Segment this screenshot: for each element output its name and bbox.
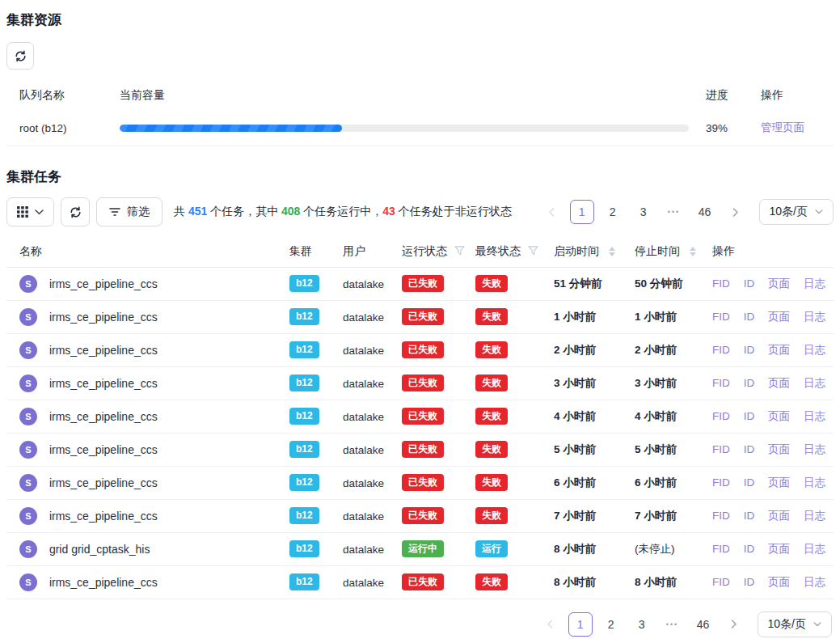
start-time: 8 小时前 bbox=[554, 576, 596, 588]
log-link[interactable]: 日志 bbox=[804, 443, 825, 455]
table-row: S irms_ce_pipeline_ccs b12 datalake 已失败 … bbox=[6, 466, 834, 499]
user-name: datalake bbox=[343, 544, 384, 556]
fid-link[interactable]: FID bbox=[712, 543, 730, 555]
log-link[interactable]: 日志 bbox=[804, 410, 825, 422]
run-status-badge: 已失败 bbox=[402, 441, 444, 458]
page-size-value: 10条/页 bbox=[768, 617, 806, 632]
page-button-last[interactable]: 46 bbox=[693, 200, 717, 224]
fid-link[interactable]: FID bbox=[712, 510, 730, 522]
final-status-filter-icon[interactable] bbox=[528, 245, 538, 258]
final-status-badge: 失败 bbox=[475, 375, 508, 391]
fid-link[interactable]: FID bbox=[712, 344, 730, 356]
log-link[interactable]: 日志 bbox=[804, 476, 825, 489]
manage-page-link[interactable]: 管理页面 bbox=[761, 121, 804, 133]
task-name: irms_ce_pipeline_ccs bbox=[49, 410, 158, 423]
final-status-badge: 失败 bbox=[475, 408, 508, 425]
log-link[interactable]: 日志 bbox=[804, 344, 825, 356]
page-link[interactable]: 页面 bbox=[768, 377, 790, 389]
stop-time: 4 小时前 bbox=[635, 410, 677, 422]
final-status-badge: 失败 bbox=[475, 275, 508, 292]
id-link[interactable]: ID bbox=[744, 543, 755, 555]
layout-switch-button[interactable] bbox=[6, 197, 54, 226]
page-link[interactable]: 页面 bbox=[768, 543, 790, 555]
run-status-filter-icon[interactable] bbox=[454, 245, 465, 258]
log-link[interactable]: 日志 bbox=[804, 543, 825, 555]
page-link[interactable]: 页面 bbox=[768, 311, 790, 323]
filter-button[interactable]: 筛选 bbox=[96, 197, 163, 226]
run-status-badge: 已失败 bbox=[402, 474, 444, 491]
id-link[interactable]: ID bbox=[744, 410, 755, 422]
log-link[interactable]: 日志 bbox=[804, 311, 825, 323]
stop-time: 6 小时前 bbox=[635, 476, 677, 489]
page-ellipsis[interactable]: ••• bbox=[661, 612, 685, 637]
page-button-3[interactable]: 3 bbox=[631, 200, 656, 224]
start-time: 7 小时前 bbox=[554, 510, 596, 522]
page-link[interactable]: 页面 bbox=[768, 277, 790, 290]
page-link[interactable]: 页面 bbox=[768, 410, 790, 422]
id-link[interactable]: ID bbox=[744, 377, 755, 389]
tasks-refresh-button[interactable] bbox=[61, 197, 90, 226]
stop-time: 50 分钟前 bbox=[635, 277, 682, 290]
page-size-select[interactable]: 10条/页 bbox=[758, 611, 832, 637]
page-link[interactable]: 页面 bbox=[768, 510, 790, 522]
fid-link[interactable]: FID bbox=[712, 377, 730, 389]
log-link[interactable]: 日志 bbox=[804, 377, 825, 389]
user-name: datalake bbox=[343, 477, 384, 489]
stop-time: 5 小时前 bbox=[635, 443, 677, 455]
id-link[interactable]: ID bbox=[744, 510, 755, 522]
header-name: 名称 bbox=[6, 237, 289, 267]
id-link[interactable]: ID bbox=[744, 277, 755, 290]
cluster-badge: b12 bbox=[289, 341, 319, 358]
id-link[interactable]: ID bbox=[744, 476, 755, 489]
start-time: 3 小时前 bbox=[554, 377, 596, 389]
prev-page-button[interactable] bbox=[539, 200, 564, 224]
fid-link[interactable]: FID bbox=[712, 443, 730, 455]
page-link[interactable]: 页面 bbox=[768, 443, 790, 455]
id-link[interactable]: ID bbox=[744, 576, 755, 588]
log-link[interactable]: 日志 bbox=[804, 510, 825, 522]
user-name: datalake bbox=[343, 378, 384, 390]
cluster-badge: b12 bbox=[289, 507, 319, 524]
run-status-badge: 已失败 bbox=[402, 308, 444, 325]
prev-page-button[interactable] bbox=[538, 612, 562, 637]
fid-link[interactable]: FID bbox=[712, 311, 730, 323]
page-button-2[interactable]: 2 bbox=[599, 612, 623, 637]
page-button-1[interactable]: 1 bbox=[570, 200, 594, 224]
run-status-badge: 运行中 bbox=[402, 540, 444, 557]
fid-link[interactable]: FID bbox=[712, 410, 730, 422]
spark-avatar: S bbox=[19, 341, 37, 359]
page-size-select[interactable]: 10条/页 bbox=[759, 199, 834, 225]
page-button-1[interactable]: 1 bbox=[568, 612, 593, 637]
page-link[interactable]: 页面 bbox=[768, 576, 790, 588]
next-page-button[interactable] bbox=[724, 200, 748, 224]
final-status-badge: 失败 bbox=[475, 573, 508, 590]
stop-time-sorter-icon[interactable] bbox=[690, 247, 696, 256]
cluster-badge: b12 bbox=[289, 540, 319, 557]
spark-avatar: S bbox=[19, 375, 37, 392]
task-name: irms_ce_pipeline_ccs bbox=[49, 344, 158, 357]
stop-time: 8 小时前 bbox=[635, 576, 677, 588]
page-link[interactable]: 页面 bbox=[768, 476, 790, 489]
log-link[interactable]: 日志 bbox=[804, 277, 825, 290]
id-link[interactable]: ID bbox=[744, 344, 755, 356]
id-link[interactable]: ID bbox=[744, 443, 755, 455]
task-name: irms_ce_pipeline_ccs bbox=[49, 277, 158, 290]
start-time-sorter-icon[interactable] bbox=[609, 247, 615, 256]
id-link[interactable]: ID bbox=[744, 311, 755, 323]
page-ellipsis[interactable]: ••• bbox=[662, 200, 686, 224]
fid-link[interactable]: FID bbox=[712, 576, 730, 588]
page-button-2[interactable]: 2 bbox=[601, 200, 625, 224]
page-link[interactable]: 页面 bbox=[768, 344, 790, 356]
page-button-last[interactable]: 46 bbox=[691, 612, 715, 637]
next-page-button[interactable] bbox=[722, 612, 746, 637]
fid-link[interactable]: FID bbox=[712, 476, 730, 489]
spark-avatar: S bbox=[19, 507, 37, 525]
page-button-3[interactable]: 3 bbox=[630, 612, 654, 637]
fid-link[interactable]: FID bbox=[712, 277, 730, 290]
start-time: 2 小时前 bbox=[554, 344, 596, 356]
log-link[interactable]: 日志 bbox=[804, 576, 825, 588]
resources-refresh-button[interactable] bbox=[6, 42, 34, 70]
spark-avatar: S bbox=[19, 441, 37, 459]
progress-fill bbox=[120, 125, 342, 132]
summary-nonrunning-count: 43 bbox=[382, 205, 395, 218]
